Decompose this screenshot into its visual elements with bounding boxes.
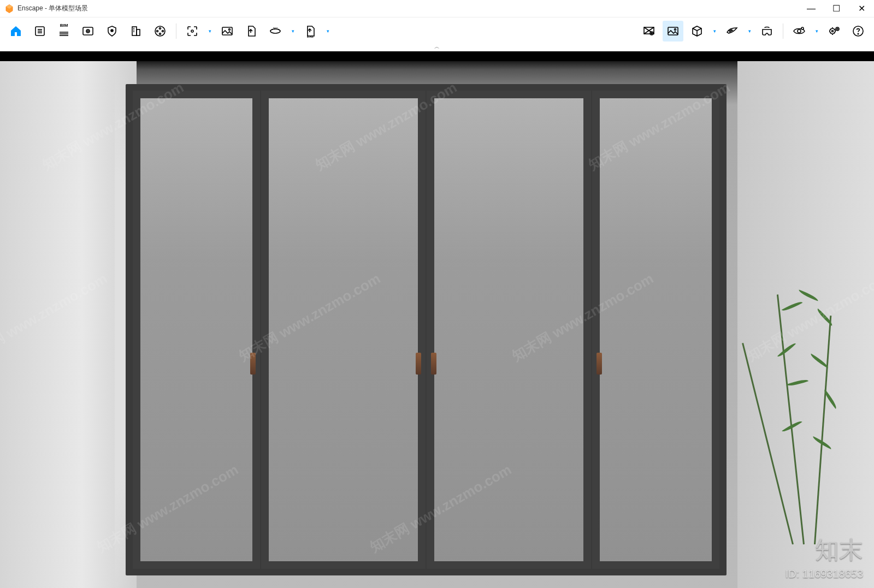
toolbar-separator [176,23,176,39]
scene-wall-left [0,61,137,588]
visual-settings-dropdown[interactable]: ▾ [813,21,820,41]
screenshot-button[interactable] [182,21,203,41]
building-button[interactable] [126,21,146,41]
cube-icon [690,25,704,38]
manage-views-button[interactable] [78,21,98,41]
image-button[interactable] [217,21,238,41]
close-button[interactable]: ✕ [849,0,874,17]
svg-point-10 [111,29,113,32]
menu-button[interactable] [29,21,50,41]
toolbar-separator [783,23,783,39]
brand-overlay: 知末 [815,534,863,566]
wing-icon [725,25,739,38]
wing-dropdown[interactable]: ▾ [746,21,753,41]
svg-point-35 [836,27,839,31]
door-panel-1 [133,91,260,569]
settings-button[interactable] [824,21,845,41]
window-controls: — ☐ ✕ [799,0,874,17]
visual-settings-button[interactable] [789,21,810,41]
home-icon [9,25,22,38]
help-button[interactable] [848,21,869,41]
vr-icon [760,25,773,38]
bim-button[interactable]: BIM [54,21,74,41]
svg-point-9 [87,31,88,32]
sky-button[interactable] [663,21,683,41]
exe-dropdown[interactable]: ▾ [324,21,332,41]
help-icon [852,25,865,38]
sky-icon [666,25,680,38]
render-viewport[interactable]: 知末网 www.znzmo.com 知末网 www.znzmo.com 知末网 … [0,51,874,588]
eye-icon [793,25,806,38]
vr-button[interactable] [757,21,777,41]
door-panel-4 [592,91,719,569]
export-image-button[interactable] [241,21,262,41]
id-overlay: ID: 1169318653 [786,568,863,580]
svg-rect-22 [222,27,232,35]
window-title: Enscape - 单体模型场景 [17,4,799,13]
map-button[interactable] [639,21,659,41]
svg-rect-12 [137,29,140,35]
screenshot-dropdown[interactable]: ▾ [206,21,214,41]
rendered-scene: 知末网 www.znzmo.com 知末网 www.znzmo.com 知末网 … [0,51,874,588]
wing-button[interactable] [722,21,742,41]
export-image-icon [245,25,258,38]
main-toolbar: BIM ▾ 360 ▾ EXE ▾ ▾ ▾ [0,17,874,45]
titlebar: Enscape - 单体模型场景 — ☐ ✕ [0,0,874,17]
bim-label: BIM [60,23,68,28]
door-panel-3 [427,91,591,569]
svg-point-34 [832,31,834,32]
svg-text:360: 360 [273,27,278,30]
app-name: Enscape [17,4,43,12]
exe-label: EXE [307,35,314,38]
shield-icon [105,25,119,38]
cube-button[interactable] [687,21,707,41]
svg-point-18 [162,31,164,32]
menu-icon [33,25,46,38]
svg-point-38 [858,33,859,34]
svg-point-17 [160,28,161,29]
toolbar-collapse-chevron[interactable]: ︿ [0,45,874,51]
svg-point-36 [837,28,838,29]
svg-point-23 [229,29,231,31]
enscape-logo-icon [4,4,14,14]
video-button[interactable] [150,21,170,41]
panorama-button[interactable]: 360 [265,21,286,41]
reel-icon [153,25,167,38]
minimize-button[interactable]: — [799,0,824,17]
map-pin-icon [642,25,656,38]
svg-point-31 [798,29,801,33]
svg-rect-29 [668,27,678,35]
svg-point-19 [160,33,161,35]
svg-point-20 [157,31,158,32]
building-icon [129,25,143,38]
exe-export-button[interactable]: EXE [300,21,321,41]
gear-icon [828,25,841,38]
panorama-icon: 360 [269,25,282,38]
cube-dropdown[interactable]: ▾ [711,21,718,41]
safe-frame-button[interactable] [102,21,122,41]
screenshot-icon [186,25,199,38]
scene-bamboo [748,271,858,544]
home-button[interactable] [5,21,26,41]
svg-point-21 [191,30,193,32]
manage-views-icon [81,25,95,38]
svg-point-28 [651,33,652,34]
image-icon [221,25,234,38]
scene-sliding-door [126,84,727,575]
svg-point-30 [675,29,676,31]
door-panel-2 [261,91,426,569]
maximize-button[interactable]: ☐ [824,0,849,17]
panorama-dropdown[interactable]: ▾ [289,21,297,41]
document-name: 单体模型场景 [49,4,88,12]
svg-point-32 [801,27,804,29]
